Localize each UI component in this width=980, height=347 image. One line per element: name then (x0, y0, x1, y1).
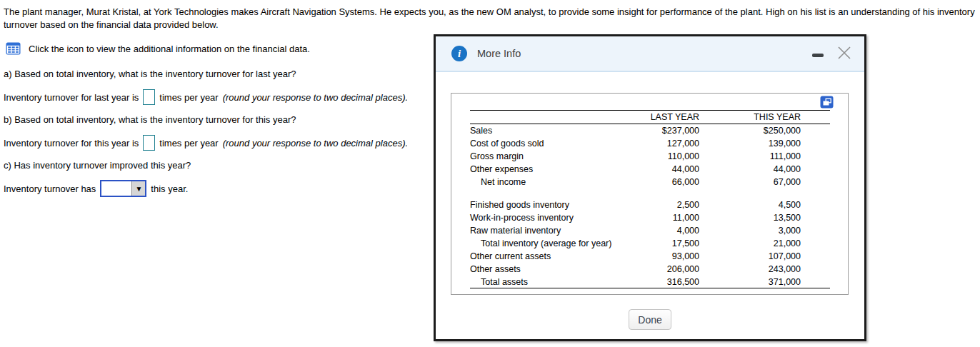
icon-instruction-row: Click the icon to view the additional in… (6, 42, 310, 55)
row-label: Net income (470, 177, 621, 187)
row-label: Sales (470, 126, 621, 136)
row-value-last: 110,000 (621, 151, 699, 161)
problem-statement: The plant manager, Murat Kristal, at Yor… (4, 6, 978, 31)
column-header-this-year: THIS YEAR (699, 112, 801, 122)
answer-a-prefix: Inventory turnover for last year is (4, 92, 139, 103)
table-row: Work-in-process inventory 11,000 13,500 (470, 211, 830, 224)
answer-c-dropdown[interactable]: ▼ (100, 180, 146, 197)
table-section-gap (470, 188, 830, 198)
row-value-this: 4,500 (699, 200, 801, 210)
dropdown-arrow-icon[interactable]: ▼ (131, 181, 145, 196)
answer-c-prefix: Inventory turnover has (4, 183, 96, 194)
answer-b-rounding-note: (round your response to two decimal plac… (223, 138, 408, 149)
table-row: Finished goods inventory 2,500 4,500 (470, 198, 830, 211)
answer-line-a: Inventory turnover for last year is time… (4, 88, 408, 106)
answer-line-b: Inventory turnover for this year is time… (4, 134, 408, 152)
row-label: Work-in-process inventory (470, 213, 621, 223)
answer-b-prefix: Inventory turnover for this year is (4, 138, 139, 149)
financial-data-panel: LAST YEAR THIS YEAR Sales $237,000 $250,… (451, 93, 849, 295)
table-header-row: LAST YEAR THIS YEAR (470, 110, 830, 124)
more-info-dialog: i More Info LAST YEAR THIS YEAR Sales $2… (434, 34, 866, 341)
row-value-last: 11,000 (621, 213, 699, 223)
row-label: Finished goods inventory (470, 200, 621, 210)
row-value-this: 13,500 (699, 213, 801, 223)
table-row: Other expenses 44,000 44,000 (470, 163, 830, 176)
row-label: Gross margin (470, 151, 621, 161)
row-value-this: $250,000 (699, 126, 801, 136)
row-value-this: 111,000 (699, 151, 801, 161)
table-row: Other assets 206,000 243,000 (470, 263, 830, 276)
row-value-last: 2,500 (621, 200, 699, 210)
question-a-prompt: a) Based on total inventory, what is the… (4, 69, 296, 79)
dropdown-selected-value (101, 181, 131, 196)
table-row: Cost of goods sold 127,000 139,000 (470, 137, 830, 150)
row-value-last: 66,000 (621, 177, 699, 187)
dialog-header: i More Info (436, 36, 864, 72)
answer-b-suffix: times per year (159, 138, 218, 149)
row-value-this: 107,000 (699, 251, 801, 261)
answer-line-c: Inventory turnover has ▼ this year. (4, 179, 188, 198)
row-value-this: 371,000 (699, 277, 801, 287)
row-value-this: 67,000 (699, 177, 801, 187)
row-value-last: 4,000 (621, 226, 699, 236)
column-header-last-year: LAST YEAR (621, 112, 699, 122)
answer-b-input[interactable] (143, 135, 155, 151)
table-row: Sales $237,000 $250,000 (470, 124, 830, 137)
row-value-last: 17,500 (621, 238, 699, 248)
row-value-this: 3,000 (699, 226, 801, 236)
row-value-last: $237,000 (621, 126, 699, 136)
row-label: Total assets (470, 277, 621, 287)
table-row: Gross margin 110,000 111,000 (470, 150, 830, 163)
row-value-last: 127,000 (621, 139, 699, 149)
info-icon: i (451, 46, 467, 61)
financial-table: LAST YEAR THIS YEAR Sales $237,000 $250,… (470, 110, 830, 288)
icon-instruction-text: Click the icon to view the additional in… (29, 44, 310, 54)
financial-data-table-icon[interactable] (6, 42, 21, 55)
table-row: Total inventory (average for year) 17,50… (470, 237, 830, 250)
row-value-this: 44,000 (699, 164, 801, 174)
table-row: Raw material inventory 4,000 3,000 (470, 224, 830, 237)
done-button[interactable]: Done (629, 309, 671, 330)
row-value-last: 206,000 (621, 264, 699, 274)
close-icon[interactable] (836, 44, 853, 61)
row-label: Other current assets (470, 251, 621, 261)
question-b-prompt: b) Based on total inventory, what is the… (4, 114, 296, 125)
row-value-this: 243,000 (699, 264, 801, 274)
row-value-this: 139,000 (699, 139, 801, 149)
answer-a-input[interactable] (143, 89, 155, 105)
minimize-button[interactable] (812, 54, 824, 57)
answer-a-rounding-note: (round your response to two decimal plac… (223, 92, 408, 103)
row-value-last: 93,000 (621, 251, 699, 261)
copy-icon[interactable] (820, 96, 834, 109)
row-label: Total inventory (average for year) (470, 238, 621, 248)
question-c-prompt: c) Has inventory turnover improved this … (4, 160, 191, 171)
row-label: Raw material inventory (470, 226, 621, 236)
row-label: Cost of goods sold (470, 139, 621, 149)
table-row: Net income 66,000 67,000 (470, 176, 830, 188)
row-label: Other assets (470, 264, 621, 274)
table-row: Other current assets 93,000 107,000 (470, 250, 830, 263)
answer-a-suffix: times per year (159, 92, 218, 103)
row-label: Other expenses (470, 164, 621, 174)
row-value-last: 316,500 (621, 277, 699, 287)
answer-c-suffix: this year. (151, 183, 188, 194)
row-value-last: 44,000 (621, 164, 699, 174)
dialog-title: More Info (477, 48, 521, 59)
row-value-this: 21,000 (699, 238, 801, 248)
table-row: Total assets 316,500 371,000 (470, 276, 830, 288)
